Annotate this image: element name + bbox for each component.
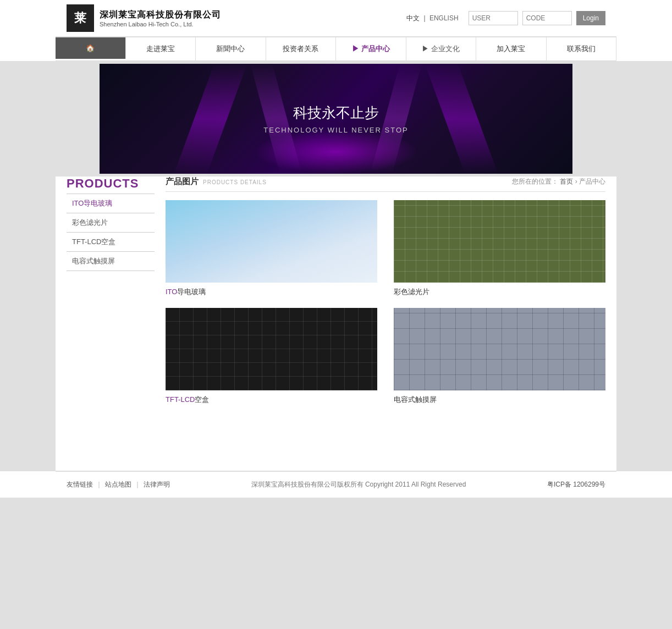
product-label-color-filter: 彩色滤光片 bbox=[394, 287, 605, 297]
nav-culture[interactable]: ▶ 企业文化 bbox=[406, 37, 477, 60]
sidebar-item-color-filter[interactable]: 彩色滤光片 bbox=[67, 213, 155, 232]
breadcrumb: 您所在的位置： 首页 › 产品中心 bbox=[512, 177, 605, 186]
sidebar: PRODUCTS ITO导电玻璃 彩色滤光片 TFT-LCD空盒 电容式触摸屏 bbox=[67, 176, 155, 405]
logo-text: 深圳莱宝高科技股份有限公司 Shenzhen Laibao Hi-Tech Co… bbox=[100, 9, 221, 27]
nav-products[interactable]: ▶ 产品中心 bbox=[336, 37, 406, 60]
product-image-cap-touch bbox=[394, 308, 605, 390]
product-image-tft bbox=[166, 308, 377, 390]
sidebar-item-ito[interactable]: ITO导电玻璃 bbox=[67, 194, 155, 213]
footer-link-sitemap[interactable]: 站点地图 bbox=[105, 480, 131, 489]
product-label-ito-prefix: ITO bbox=[166, 288, 177, 296]
nav-investor[interactable]: 投资者关系 bbox=[266, 37, 337, 60]
product-image-ito bbox=[166, 200, 377, 283]
product-label-tft-suffix: 空盒 bbox=[195, 395, 209, 404]
logo-icon: 莱 bbox=[67, 4, 94, 32]
products-header: 产品图片 PRODUCTS DETAILS 您所在的位置： 首页 › 产品中心 bbox=[166, 176, 605, 192]
nav-contact[interactable]: 联系我们 bbox=[547, 37, 617, 60]
product-image-color-filter bbox=[394, 200, 605, 283]
footer-icp: 粤ICP备 1206299号 bbox=[547, 480, 605, 489]
footer-link-legal[interactable]: 法律声明 bbox=[144, 480, 170, 489]
language-switcher: 中文 | ENGLISH bbox=[406, 14, 459, 23]
nav-join[interactable]: 加入莱宝 bbox=[476, 37, 547, 60]
logo-company-en: Shenzhen Laibao Hi-Tech Co., Ltd. bbox=[100, 21, 221, 27]
user-input[interactable] bbox=[469, 11, 518, 25]
lang-separator: | bbox=[423, 14, 425, 22]
sidebar-title: PRODUCTS bbox=[67, 176, 155, 191]
logo-area: 莱 深圳莱宝高科技股份有限公司 Shenzhen Laibao Hi-Tech … bbox=[67, 4, 221, 32]
footer-copyright: 深圳莱宝高科技股份有限公司版权所有 Copyright 2011 All Rig… bbox=[251, 480, 466, 489]
product-label-ito-suffix: 导电玻璃 bbox=[177, 288, 206, 296]
products-area: 产品图片 PRODUCTS DETAILS 您所在的位置： 首页 › 产品中心 bbox=[166, 176, 605, 405]
breadcrumb-current: 产品中心 bbox=[579, 178, 605, 185]
sidebar-menu: ITO导电玻璃 彩色滤光片 TFT-LCD空盒 电容式触摸屏 bbox=[67, 194, 155, 271]
sidebar-item-tft[interactable]: TFT-LCD空盒 bbox=[67, 233, 155, 251]
nav-home[interactable]: 🏠 bbox=[56, 37, 126, 59]
breadcrumb-sep: › bbox=[575, 178, 577, 185]
code-input[interactable] bbox=[522, 11, 572, 25]
product-item-tft[interactable]: TFT-LCD空盒 bbox=[166, 308, 377, 405]
product-item-cap-touch[interactable]: 电容式触摸屏 bbox=[394, 308, 605, 405]
hero-title-cn: 科技永不止步 bbox=[263, 103, 408, 123]
breadcrumb-home[interactable]: 首页 bbox=[560, 178, 573, 185]
nav-news[interactable]: 新聞中心 bbox=[196, 37, 266, 60]
products-title-area: 产品图片 PRODUCTS DETAILS bbox=[166, 176, 267, 187]
products-title-en: PRODUCTS DETAILS bbox=[203, 179, 267, 185]
footer: 友情链接 ｜ 站点地图 ｜ 法律声明 深圳莱宝高科技股份有限公司版权所有 Cop… bbox=[56, 471, 616, 498]
footer-links: 友情链接 ｜ 站点地图 ｜ 法律声明 bbox=[67, 480, 170, 489]
sidebar-item-cap-touch[interactable]: 电容式触摸屏 bbox=[67, 252, 155, 271]
product-label-cap-touch: 电容式触摸屏 bbox=[394, 395, 605, 405]
lang-cn-link[interactable]: 中文 bbox=[406, 14, 420, 22]
breadcrumb-label: 您所在的位置： bbox=[512, 178, 558, 185]
product-grid: ITO导电玻璃 彩色滤光片 bbox=[166, 200, 605, 405]
product-item-color-filter[interactable]: 彩色滤光片 bbox=[394, 200, 605, 297]
nav-about[interactable]: 走进莱宝 bbox=[126, 37, 196, 60]
product-item-ito[interactable]: ITO导电玻璃 bbox=[166, 200, 377, 297]
hero-banner: 科技永不止步 TECHNOLOGY WILL NEVER STOP bbox=[100, 64, 572, 174]
footer-link-friends[interactable]: 友情链接 bbox=[67, 480, 93, 489]
main-nav: 🏠 走进莱宝 新聞中心 投资者关系 ▶ 产品中心 ▶ 企业文化 加入莱宝 联系我… bbox=[56, 37, 616, 61]
product-label-tft-prefix: TFT-LCD bbox=[166, 395, 195, 404]
login-button[interactable]: Login bbox=[576, 11, 605, 25]
product-label-ito: ITO导电玻璃 bbox=[166, 287, 377, 297]
lang-en-link[interactable]: ENGLISH bbox=[429, 14, 459, 22]
product-label-tft: TFT-LCD空盒 bbox=[166, 395, 377, 405]
hero-title-en: TECHNOLOGY WILL NEVER STOP bbox=[263, 126, 408, 134]
products-title: 产品图片 bbox=[166, 176, 199, 187]
top-right-area: 中文 | ENGLISH Login bbox=[406, 11, 605, 25]
logo-company-cn: 深圳莱宝高科技股份有限公司 bbox=[100, 9, 221, 21]
